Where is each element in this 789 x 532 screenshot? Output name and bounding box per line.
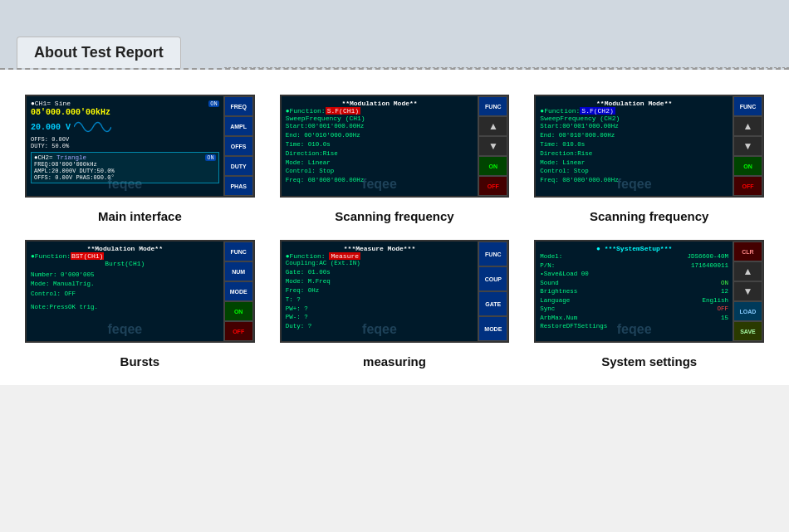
- meas-pw-minus: PW-: ?: [286, 313, 474, 322]
- scan2-freq: Freq: 08'000'000.00Hz: [540, 176, 728, 185]
- sidebar-measuring: FUNC COUP GATE MODE: [478, 242, 507, 341]
- meas-t: T: ?: [286, 295, 474, 305]
- content-area: ●CH1= Sine ON 08'000.000'00kHz 20.000 V …: [0, 70, 789, 385]
- sys-params: Model: JDS6600-40M P/N: 1716400011 •Save…: [540, 252, 728, 331]
- sys-brightness-row: Brightness 12: [540, 287, 728, 296]
- btn-mode2[interactable]: MODE: [478, 316, 507, 341]
- meas-mode: Mode: M.Freq: [286, 277, 474, 286]
- scan1-direction: Direction:Rise: [286, 149, 474, 159]
- scan2-time: Time: 010.0s: [540, 140, 728, 149]
- ch2-box: ●CH2= Triangle ON FREQ:08'000'000kHz AMP…: [31, 152, 219, 183]
- btn-clr[interactable]: CLR: [733, 242, 762, 261]
- ch2-offs: OFFS: 0.00V PHAS:090.0°: [34, 174, 216, 181]
- ch1-duty: DUTY: 50.0%: [31, 143, 219, 149]
- scan1-time: Time: 010.0s: [286, 140, 474, 149]
- scan1-start: Start:00'001'000.00Hz: [286, 122, 474, 131]
- screenshot-main-interface: ●CH1= Sine ON 08'000.000'00kHz 20.000 V …: [25, 95, 255, 223]
- btn-ampl[interactable]: AMPL: [224, 116, 253, 136]
- scan2-start: Start:00'001'000.00Hz: [540, 122, 728, 131]
- btn-up2[interactable]: ▲: [733, 116, 762, 136]
- sys-sound-label: Sound: [540, 279, 559, 288]
- sys-sync-row: Sync OFF: [540, 305, 728, 314]
- scan1-end: End: 00'010'000.00Hz: [286, 131, 474, 140]
- btn-up1[interactable]: ▲: [478, 116, 507, 136]
- scan2-params: Start:00'001'000.00Hz End: 00'010'000.00…: [540, 122, 728, 185]
- btn-num[interactable]: NUM: [224, 261, 253, 281]
- sys-model-val: JDS6600-40M: [687, 252, 728, 261]
- btn-phas[interactable]: PHAS: [224, 176, 253, 196]
- sys-language-row: Language English: [540, 296, 728, 305]
- label-measuring: measuring: [363, 354, 426, 368]
- meas-params: Gate: 01.00s Mode: M.Freq Freq: 0Hz T: ?…: [286, 268, 474, 331]
- device-screen-system: ● ***SystemSetup*** Model: JDS6600-40M P…: [534, 240, 764, 343]
- btn-coup[interactable]: COUP: [478, 266, 507, 291]
- scan1-func: ●Function:S.F(CH1): [286, 107, 474, 115]
- btn-down3[interactable]: ▼: [733, 281, 762, 301]
- btn-save[interactable]: SAVE: [733, 321, 762, 341]
- btn-mode[interactable]: MODE: [224, 281, 253, 301]
- ch1-volt: 20.000 V: [31, 123, 71, 132]
- ch1-mode: Sine: [55, 100, 71, 107]
- ch1-label: CH1=: [35, 100, 51, 107]
- sys-arbmax-val: 15: [721, 314, 728, 323]
- scan2-func: ●Function:S.F(CH2): [540, 107, 728, 115]
- burst-label: Burst(CH1): [31, 260, 219, 267]
- btn-func3[interactable]: FUNC: [224, 242, 253, 261]
- label-scan2: Scanning frequency: [590, 209, 708, 223]
- meas-freq: Freq: 0Hz: [286, 286, 474, 295]
- btn-load[interactable]: LOAD: [733, 301, 762, 321]
- scan1-control: Control: Stop: [286, 167, 474, 176]
- screen-scan2: **Modulation Mode** ●Function:S.F(CH2) S…: [536, 96, 733, 196]
- btn-on2[interactable]: ON: [733, 156, 762, 176]
- btn-on1[interactable]: ON: [478, 156, 507, 176]
- sys-restore: RestoreDFTSettings: [540, 322, 728, 331]
- ch2-label: CH2=: [38, 154, 53, 161]
- btn-off1[interactable]: OFF: [478, 176, 507, 196]
- btn-func2[interactable]: FUNC: [733, 96, 762, 116]
- device-screen-bursts: **Modulation Mode** ●Function:BST(CH1) B…: [25, 240, 255, 343]
- device-screen-main: ●CH1= Sine ON 08'000.000'00kHz 20.000 V …: [25, 95, 255, 198]
- btn-func1[interactable]: FUNC: [478, 96, 507, 116]
- meas-func: ●Function: Measure: [286, 252, 474, 260]
- sys-sound-row: Sound ON: [540, 279, 728, 288]
- btn-gate[interactable]: GATE: [478, 291, 507, 316]
- screen-scan1: **Modulation Mode** ●Function:S.F(CH1) S…: [282, 96, 478, 196]
- sys-model-row: Model: JDS6600-40M: [540, 252, 728, 261]
- btn-offs[interactable]: OFFS: [224, 136, 253, 156]
- scan1-title: **Modulation Mode**: [286, 100, 474, 107]
- sys-sync-label: Sync: [540, 305, 555, 314]
- burst-control: Control: OFF: [31, 290, 219, 299]
- screen-measuring: ***Measure Mode*** ●Function: Measure Co…: [282, 242, 478, 341]
- sidebar-scan1: FUNC ▲ ▼ ON OFF: [478, 96, 507, 196]
- screenshot-system: ● ***SystemSetup*** Model: JDS6600-40M P…: [534, 240, 764, 368]
- meas-title: ***Measure Mode***: [286, 245, 474, 252]
- sys-arbmax-row: ArbMax.Num 15: [540, 314, 728, 323]
- screen-bursts: **Modulation Mode** ●Function:BST(CH1) B…: [27, 242, 223, 341]
- btn-off2[interactable]: OFF: [733, 176, 762, 196]
- btn-down1[interactable]: ▼: [478, 136, 507, 156]
- btn-up3[interactable]: ▲: [733, 261, 762, 281]
- scan2-sweep: SweepFrequency (CH2): [540, 115, 728, 122]
- btn-duty[interactable]: DUTY: [224, 156, 253, 176]
- label-system: System settings: [601, 354, 697, 368]
- sys-save-load: •Save&Load 00: [540, 270, 728, 279]
- scan2-mode: Mode: Linear: [540, 159, 728, 168]
- btn-func4[interactable]: FUNC: [478, 242, 507, 266]
- sys-pn-row: P/N: 1716400011: [540, 261, 728, 271]
- btn-down2[interactable]: ▼: [733, 136, 762, 156]
- btn-off3[interactable]: OFF: [224, 321, 253, 341]
- watermark4: feqee: [107, 322, 142, 337]
- btn-on3[interactable]: ON: [224, 301, 253, 321]
- scan1-func-val: S.F(CH1): [326, 107, 360, 115]
- scan2-title: **Modulation Mode**: [540, 100, 728, 107]
- btn-freq[interactable]: FREQ: [224, 96, 253, 116]
- screenshot-measuring: ***Measure Mode*** ●Function: Measure Co…: [280, 240, 510, 368]
- sys-model-label: Model:: [540, 252, 562, 261]
- page-title: About Test Report: [17, 37, 181, 68]
- ch2-ampl: AMPL:20.000V DUTY:50.0%: [34, 168, 216, 174]
- label-scan1: Scanning frequency: [335, 209, 453, 223]
- scan2-func-val: S.F(CH2): [580, 107, 615, 115]
- sys-language-val: English: [702, 296, 728, 305]
- scan1-sweep: SweepFrequency (CH1): [286, 115, 474, 122]
- device-screen-scan1: **Modulation Mode** ●Function:S.F(CH1) S…: [280, 95, 510, 198]
